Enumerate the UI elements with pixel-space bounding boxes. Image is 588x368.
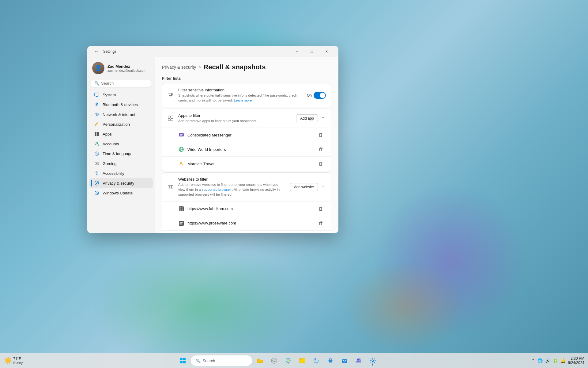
filter-sensitive-switch[interactable] <box>314 92 326 99</box>
delete-fabrikam-button[interactable]: 🗑 <box>316 205 326 213</box>
delete-consolidated-button[interactable]: 🗑 <box>316 131 326 139</box>
window-title: Settings <box>103 49 116 54</box>
accessibility-icon <box>94 171 100 176</box>
clock-date: 9/24/2024 <box>568 361 584 365</box>
update-icon <box>94 190 100 196</box>
sidebar-item-privacy[interactable]: Privacy & security <box>89 178 153 188</box>
clock-time: 2:30 PM <box>568 356 584 361</box>
svg-rect-32 <box>179 209 181 211</box>
taskbar-app-paint[interactable] <box>282 355 294 367</box>
delete-proseware-button[interactable]: 🗑 <box>316 219 326 227</box>
search-input[interactable] <box>101 81 153 86</box>
svg-rect-7 <box>95 134 96 136</box>
svg-point-57 <box>359 358 361 360</box>
svg-rect-8 <box>97 134 99 136</box>
apps-to-filter-row: Apps to filter Add or remove apps to fil… <box>162 109 331 128</box>
battery-icon[interactable]: 🔋 <box>552 358 559 364</box>
close-button[interactable]: ✕ <box>319 47 334 56</box>
apps-to-filter-desc: Add or remove apps to filter out of your… <box>178 118 292 123</box>
sidebar-item-personalization[interactable]: Personalization <box>89 119 153 129</box>
sidebar-item-apps[interactable]: Apps <box>89 129 153 139</box>
svg-rect-44 <box>180 361 183 363</box>
taskbar-search-icon: 🔍 <box>196 358 201 363</box>
sidebar-item-update[interactable]: Windows Update <box>89 188 153 198</box>
start-button[interactable] <box>177 355 189 367</box>
sidebar-item-network[interactable]: Network & internet <box>89 109 153 119</box>
network-tray-icon[interactable]: 🌐 <box>537 358 543 364</box>
supported-browser-link[interactable]: supported browser <box>202 188 231 191</box>
back-button[interactable]: ← <box>92 47 101 56</box>
filter-sensitive-row: Filter sensitive information Snapshots w… <box>162 83 331 107</box>
websites-to-filter-desc: Add or remove websites to filter out of … <box>178 182 286 197</box>
network-icon <box>94 112 100 117</box>
maximize-button[interactable]: □ <box>305 47 319 56</box>
minimize-button[interactable]: ─ <box>290 47 304 56</box>
apps-icon <box>94 131 100 137</box>
taskbar-app-explorer[interactable] <box>296 355 308 367</box>
svg-point-56 <box>357 358 359 360</box>
right-panel: Privacy & security > Recall & snapshots … <box>155 57 338 233</box>
delete-margie-button[interactable]: 🗑 <box>316 160 326 168</box>
app-item-margie: Margie's Travel 🗑 <box>162 156 331 171</box>
bluetooth-label: Bluetooth & devices <box>103 102 138 107</box>
delete-worldwide-button[interactable]: 🗑 <box>316 145 326 153</box>
avatar-image: 👤 <box>92 62 104 74</box>
network-label: Network & internet <box>103 112 135 117</box>
privacy-label: Privacy & security <box>103 181 134 186</box>
sidebar-search-box[interactable]: 🔍 <box>91 79 151 87</box>
svg-rect-46 <box>257 359 259 360</box>
window-controls: ─ □ ✕ <box>290 47 334 56</box>
user-info: Zac Mendez zacmendez@outlook.com <box>107 64 150 72</box>
gaming-icon <box>94 161 100 166</box>
system-tray-icons: ⌃ 🌐 🔊 🔋 🔔 <box>531 358 566 364</box>
filter-lists-header: Filter lists <box>162 76 331 81</box>
add-app-button[interactable]: Add app <box>296 114 318 122</box>
filter-sensitive-toggle: On <box>307 92 326 99</box>
websites-to-filter-text: Websites to filter Add or remove website… <box>178 177 286 197</box>
apps-to-filter-text: Apps to filter Add or remove apps to fil… <box>178 113 292 123</box>
websites-to-filter-chevron[interactable]: ⌃ <box>320 184 326 190</box>
svg-point-16 <box>96 171 97 172</box>
add-website-button[interactable]: Add website <box>290 183 318 191</box>
weather-temperature: 71°F <box>13 357 23 361</box>
svg-rect-42 <box>180 358 183 360</box>
svg-point-14 <box>97 163 97 163</box>
filter-sensitive-learn-more[interactable]: Learn more <box>234 98 252 102</box>
apps-to-filter-chevron[interactable]: ⌃ <box>320 115 326 122</box>
user-profile[interactable]: 👤 Zac Mendez zacmendez@outlook.com <box>87 59 155 79</box>
website-item-fabrikam: https://www.fabrikam.com 🗑 <box>162 201 331 216</box>
chevron-up-icon[interactable]: ⌃ <box>531 358 536 364</box>
apps-to-filter-title: Apps to filter <box>178 113 292 118</box>
taskbar-app-ms365[interactable] <box>268 355 280 367</box>
sidebar-item-accessibility[interactable]: Accessibility <box>89 168 153 178</box>
taskbar-app-mail[interactable] <box>338 355 351 367</box>
taskbar-app-teams[interactable] <box>352 355 365 367</box>
title-bar: ← Settings ─ □ ✕ <box>87 46 338 57</box>
taskbar-search[interactable]: 🔍 Search <box>191 355 252 366</box>
weather-widget[interactable]: ☀️ 71°F Sunny <box>4 357 23 365</box>
fabrikam-icon <box>178 206 184 212</box>
taskbar-app-settings[interactable] <box>367 355 379 367</box>
sidebar-item-bluetooth[interactable]: Bluetooth & devices <box>89 100 153 109</box>
svg-rect-31 <box>182 207 183 209</box>
volume-icon[interactable]: 🔊 <box>545 358 551 364</box>
svg-point-50 <box>288 360 289 361</box>
websites-to-filter-actions: Add website ⌃ <box>290 183 326 191</box>
notification-icon[interactable]: 🔔 <box>560 358 566 364</box>
taskbar-app-edge[interactable] <box>310 355 322 367</box>
system-icon <box>94 92 100 98</box>
breadcrumb-parent[interactable]: Privacy & security <box>162 65 196 70</box>
settings-window: ← Settings ─ □ ✕ 👤 Zac Mendez zacmende <box>87 46 338 233</box>
svg-rect-5 <box>95 132 96 134</box>
bloom-decoration <box>343 261 466 353</box>
sidebar-item-accounts[interactable]: Accounts <box>89 139 153 149</box>
sidebar-item-system[interactable]: System <box>89 90 153 100</box>
sidebar-item-gaming[interactable]: Gaming <box>89 159 153 168</box>
svg-rect-23 <box>171 119 173 121</box>
taskbar-search-label: Search <box>202 358 215 363</box>
taskbar-app-start2[interactable] <box>254 355 266 367</box>
system-clock[interactable]: 2:30 PM 9/24/2024 <box>568 356 584 365</box>
svg-rect-54 <box>300 358 302 360</box>
sidebar-item-time[interactable]: Time & language <box>89 149 153 159</box>
taskbar-app-store[interactable] <box>324 355 337 367</box>
